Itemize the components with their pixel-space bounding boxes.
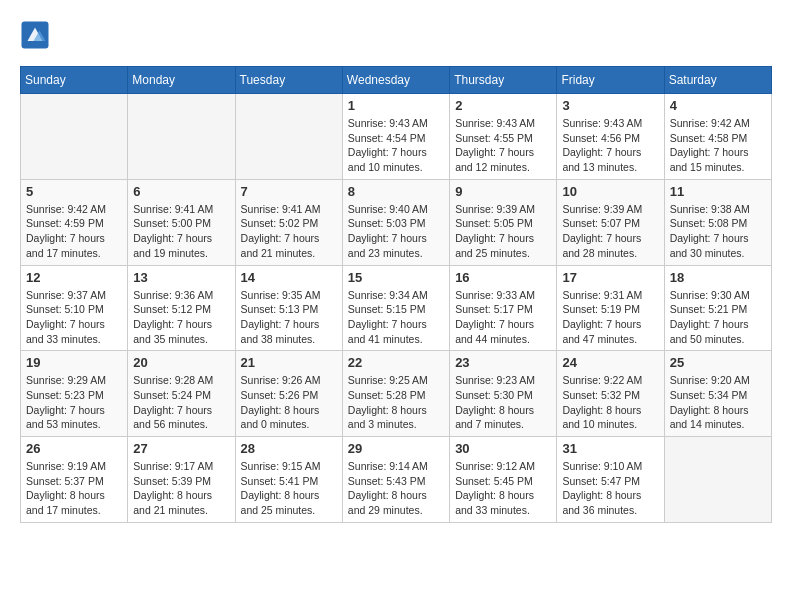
day-info: Sunrise: 9:39 AM Sunset: 5:05 PM Dayligh… bbox=[455, 202, 551, 261]
calendar-cell: 28Sunrise: 9:15 AM Sunset: 5:41 PM Dayli… bbox=[235, 437, 342, 523]
day-number: 5 bbox=[26, 184, 122, 199]
calendar-cell: 29Sunrise: 9:14 AM Sunset: 5:43 PM Dayli… bbox=[342, 437, 449, 523]
day-number: 7 bbox=[241, 184, 337, 199]
day-info: Sunrise: 9:15 AM Sunset: 5:41 PM Dayligh… bbox=[241, 459, 337, 518]
day-info: Sunrise: 9:26 AM Sunset: 5:26 PM Dayligh… bbox=[241, 373, 337, 432]
calendar-cell: 2Sunrise: 9:43 AM Sunset: 4:55 PM Daylig… bbox=[450, 94, 557, 180]
calendar-cell bbox=[21, 94, 128, 180]
day-info: Sunrise: 9:22 AM Sunset: 5:32 PM Dayligh… bbox=[562, 373, 658, 432]
weekday-header-friday: Friday bbox=[557, 67, 664, 94]
calendar-cell: 8Sunrise: 9:40 AM Sunset: 5:03 PM Daylig… bbox=[342, 179, 449, 265]
day-info: Sunrise: 9:10 AM Sunset: 5:47 PM Dayligh… bbox=[562, 459, 658, 518]
day-number: 20 bbox=[133, 355, 229, 370]
day-info: Sunrise: 9:41 AM Sunset: 5:00 PM Dayligh… bbox=[133, 202, 229, 261]
calendar-cell bbox=[664, 437, 771, 523]
day-info: Sunrise: 9:36 AM Sunset: 5:12 PM Dayligh… bbox=[133, 288, 229, 347]
day-info: Sunrise: 9:14 AM Sunset: 5:43 PM Dayligh… bbox=[348, 459, 444, 518]
weekday-header-row: SundayMondayTuesdayWednesdayThursdayFrid… bbox=[21, 67, 772, 94]
day-number: 25 bbox=[670, 355, 766, 370]
calendar-cell: 3Sunrise: 9:43 AM Sunset: 4:56 PM Daylig… bbox=[557, 94, 664, 180]
day-number: 4 bbox=[670, 98, 766, 113]
day-number: 9 bbox=[455, 184, 551, 199]
day-info: Sunrise: 9:43 AM Sunset: 4:54 PM Dayligh… bbox=[348, 116, 444, 175]
calendar-cell: 9Sunrise: 9:39 AM Sunset: 5:05 PM Daylig… bbox=[450, 179, 557, 265]
day-number: 26 bbox=[26, 441, 122, 456]
calendar-week-row: 12Sunrise: 9:37 AM Sunset: 5:10 PM Dayli… bbox=[21, 265, 772, 351]
day-info: Sunrise: 9:28 AM Sunset: 5:24 PM Dayligh… bbox=[133, 373, 229, 432]
page-header bbox=[20, 20, 772, 50]
day-info: Sunrise: 9:41 AM Sunset: 5:02 PM Dayligh… bbox=[241, 202, 337, 261]
calendar-cell: 18Sunrise: 9:30 AM Sunset: 5:21 PM Dayli… bbox=[664, 265, 771, 351]
weekday-header-wednesday: Wednesday bbox=[342, 67, 449, 94]
day-number: 18 bbox=[670, 270, 766, 285]
day-number: 24 bbox=[562, 355, 658, 370]
calendar-cell: 16Sunrise: 9:33 AM Sunset: 5:17 PM Dayli… bbox=[450, 265, 557, 351]
calendar-cell: 24Sunrise: 9:22 AM Sunset: 5:32 PM Dayli… bbox=[557, 351, 664, 437]
calendar-cell: 25Sunrise: 9:20 AM Sunset: 5:34 PM Dayli… bbox=[664, 351, 771, 437]
calendar-cell: 5Sunrise: 9:42 AM Sunset: 4:59 PM Daylig… bbox=[21, 179, 128, 265]
day-info: Sunrise: 9:29 AM Sunset: 5:23 PM Dayligh… bbox=[26, 373, 122, 432]
day-number: 22 bbox=[348, 355, 444, 370]
day-info: Sunrise: 9:39 AM Sunset: 5:07 PM Dayligh… bbox=[562, 202, 658, 261]
day-info: Sunrise: 9:37 AM Sunset: 5:10 PM Dayligh… bbox=[26, 288, 122, 347]
day-info: Sunrise: 9:25 AM Sunset: 5:28 PM Dayligh… bbox=[348, 373, 444, 432]
logo-icon bbox=[20, 20, 50, 50]
weekday-header-sunday: Sunday bbox=[21, 67, 128, 94]
day-number: 30 bbox=[455, 441, 551, 456]
calendar-week-row: 26Sunrise: 9:19 AM Sunset: 5:37 PM Dayli… bbox=[21, 437, 772, 523]
day-number: 15 bbox=[348, 270, 444, 285]
calendar-body: 1Sunrise: 9:43 AM Sunset: 4:54 PM Daylig… bbox=[21, 94, 772, 523]
calendar-cell: 1Sunrise: 9:43 AM Sunset: 4:54 PM Daylig… bbox=[342, 94, 449, 180]
calendar-week-row: 1Sunrise: 9:43 AM Sunset: 4:54 PM Daylig… bbox=[21, 94, 772, 180]
calendar-cell: 11Sunrise: 9:38 AM Sunset: 5:08 PM Dayli… bbox=[664, 179, 771, 265]
day-info: Sunrise: 9:17 AM Sunset: 5:39 PM Dayligh… bbox=[133, 459, 229, 518]
day-info: Sunrise: 9:43 AM Sunset: 4:55 PM Dayligh… bbox=[455, 116, 551, 175]
day-number: 16 bbox=[455, 270, 551, 285]
calendar-cell bbox=[235, 94, 342, 180]
weekday-header-thursday: Thursday bbox=[450, 67, 557, 94]
day-number: 23 bbox=[455, 355, 551, 370]
day-number: 28 bbox=[241, 441, 337, 456]
day-info: Sunrise: 9:43 AM Sunset: 4:56 PM Dayligh… bbox=[562, 116, 658, 175]
day-number: 29 bbox=[348, 441, 444, 456]
day-info: Sunrise: 9:42 AM Sunset: 4:59 PM Dayligh… bbox=[26, 202, 122, 261]
day-number: 1 bbox=[348, 98, 444, 113]
day-number: 21 bbox=[241, 355, 337, 370]
day-number: 27 bbox=[133, 441, 229, 456]
day-number: 13 bbox=[133, 270, 229, 285]
calendar-cell: 22Sunrise: 9:25 AM Sunset: 5:28 PM Dayli… bbox=[342, 351, 449, 437]
day-info: Sunrise: 9:19 AM Sunset: 5:37 PM Dayligh… bbox=[26, 459, 122, 518]
calendar-cell: 21Sunrise: 9:26 AM Sunset: 5:26 PM Dayli… bbox=[235, 351, 342, 437]
day-number: 31 bbox=[562, 441, 658, 456]
day-number: 8 bbox=[348, 184, 444, 199]
logo bbox=[20, 20, 56, 50]
calendar-cell: 14Sunrise: 9:35 AM Sunset: 5:13 PM Dayli… bbox=[235, 265, 342, 351]
calendar-cell: 26Sunrise: 9:19 AM Sunset: 5:37 PM Dayli… bbox=[21, 437, 128, 523]
day-info: Sunrise: 9:30 AM Sunset: 5:21 PM Dayligh… bbox=[670, 288, 766, 347]
calendar-cell: 6Sunrise: 9:41 AM Sunset: 5:00 PM Daylig… bbox=[128, 179, 235, 265]
day-number: 3 bbox=[562, 98, 658, 113]
calendar-cell: 30Sunrise: 9:12 AM Sunset: 5:45 PM Dayli… bbox=[450, 437, 557, 523]
weekday-header-tuesday: Tuesday bbox=[235, 67, 342, 94]
day-number: 17 bbox=[562, 270, 658, 285]
weekday-header-saturday: Saturday bbox=[664, 67, 771, 94]
calendar-cell: 31Sunrise: 9:10 AM Sunset: 5:47 PM Dayli… bbox=[557, 437, 664, 523]
calendar-cell: 12Sunrise: 9:37 AM Sunset: 5:10 PM Dayli… bbox=[21, 265, 128, 351]
calendar-cell: 20Sunrise: 9:28 AM Sunset: 5:24 PM Dayli… bbox=[128, 351, 235, 437]
calendar-cell: 7Sunrise: 9:41 AM Sunset: 5:02 PM Daylig… bbox=[235, 179, 342, 265]
day-number: 6 bbox=[133, 184, 229, 199]
calendar-week-row: 5Sunrise: 9:42 AM Sunset: 4:59 PM Daylig… bbox=[21, 179, 772, 265]
day-number: 12 bbox=[26, 270, 122, 285]
day-info: Sunrise: 9:12 AM Sunset: 5:45 PM Dayligh… bbox=[455, 459, 551, 518]
day-info: Sunrise: 9:31 AM Sunset: 5:19 PM Dayligh… bbox=[562, 288, 658, 347]
day-info: Sunrise: 9:42 AM Sunset: 4:58 PM Dayligh… bbox=[670, 116, 766, 175]
day-info: Sunrise: 9:20 AM Sunset: 5:34 PM Dayligh… bbox=[670, 373, 766, 432]
weekday-header-monday: Monday bbox=[128, 67, 235, 94]
calendar-table: SundayMondayTuesdayWednesdayThursdayFrid… bbox=[20, 66, 772, 523]
day-number: 2 bbox=[455, 98, 551, 113]
calendar-cell: 27Sunrise: 9:17 AM Sunset: 5:39 PM Dayli… bbox=[128, 437, 235, 523]
day-info: Sunrise: 9:35 AM Sunset: 5:13 PM Dayligh… bbox=[241, 288, 337, 347]
day-info: Sunrise: 9:40 AM Sunset: 5:03 PM Dayligh… bbox=[348, 202, 444, 261]
day-info: Sunrise: 9:33 AM Sunset: 5:17 PM Dayligh… bbox=[455, 288, 551, 347]
calendar-cell: 13Sunrise: 9:36 AM Sunset: 5:12 PM Dayli… bbox=[128, 265, 235, 351]
